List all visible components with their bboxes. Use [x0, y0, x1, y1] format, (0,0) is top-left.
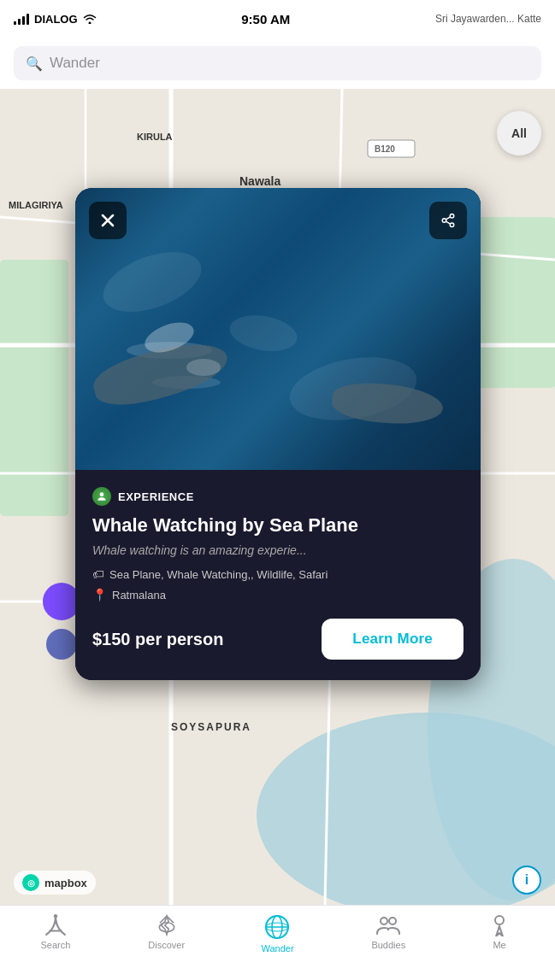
signal-bar-3: [22, 16, 25, 25]
nav-me-label: Me: [493, 940, 505, 950]
card-tags: 🏷 Sea Plane, Whale Watching,, Wildlife, …: [92, 567, 463, 581]
search-bar-container: 🔍 Wander: [0, 38, 555, 89]
status-time: 9:50 AM: [241, 12, 290, 26]
experience-label: EXPERIENCE: [118, 490, 194, 503]
map-label-milagiriya: MILAGIRIYA: [9, 200, 63, 210]
search-icon: 🔍: [26, 56, 43, 72]
nav-wander-icon: [264, 914, 290, 940]
card-description: Whale watching is an amazing experie...: [92, 543, 463, 557]
share-icon: [440, 213, 456, 228]
map-label-b120: B120: [375, 144, 395, 154]
spray-2: [186, 359, 221, 376]
nav-buddies-label: Buddies: [371, 940, 405, 950]
card-title: Whale Watching by Sea Plane: [92, 514, 463, 537]
nav-item-buddies[interactable]: Buddies: [333, 914, 444, 950]
status-location: Sri Jayawarden... Katte: [435, 13, 541, 25]
mapbox-icon: ◎: [22, 874, 39, 891]
close-icon: [101, 214, 115, 227]
signal-bar-4: [27, 14, 29, 25]
card-location: 📍 Ratmalana: [92, 588, 463, 601]
search-input-placeholder: Wander: [50, 55, 100, 72]
svg-rect-3: [0, 260, 68, 516]
signal-bar-1: [14, 21, 16, 25]
svg-point-31: [381, 918, 387, 924]
svg-point-18: [450, 214, 454, 219]
nav-item-me[interactable]: Me: [444, 914, 555, 950]
card-share-button[interactable]: [429, 202, 467, 239]
tag-icon: 🏷: [92, 567, 104, 581]
svg-point-23: [100, 492, 104, 496]
svg-point-24: [54, 914, 57, 918]
experience-card: EXPERIENCE Whale Watching by Sea Plane W…: [75, 188, 481, 680]
mapbox-logo: ◎ mapbox: [14, 871, 96, 895]
person-icon: [96, 490, 108, 502]
location-icon: 📍: [92, 588, 107, 601]
svg-line-21: [446, 221, 450, 224]
nav-item-wander[interactable]: Wander: [222, 914, 334, 954]
card-location-text: Ratmalana: [112, 589, 166, 601]
bottom-nav: Search Discover Wander Buddies: [0, 905, 555, 980]
nav-discover-icon: [156, 914, 178, 936]
nav-wander-label: Wander: [261, 943, 293, 954]
svg-line-22: [446, 217, 450, 220]
map-label-soysapura: SOYSAPURA: [171, 721, 251, 733]
all-button[interactable]: All: [497, 111, 541, 156]
learn-more-button[interactable]: Learn More: [322, 619, 463, 660]
card-tags-text: Sea Plane, Whale Watching,, Wildlife, Sa…: [109, 568, 328, 581]
nav-item-search[interactable]: Search: [0, 914, 111, 950]
svg-point-33: [495, 916, 504, 924]
nav-search-label: Search: [40, 940, 70, 950]
status-bar: DIALOG 9:50 AM Sri Jayawarden... Katte: [0, 0, 555, 38]
svg-rect-4: [470, 217, 555, 388]
info-button[interactable]: i: [512, 866, 541, 895]
signal-bar-2: [18, 19, 21, 25]
card-body: EXPERIENCE Whale Watching by Sea Plane W…: [75, 470, 481, 680]
card-image: [75, 188, 481, 470]
signal-bars: [14, 13, 29, 25]
map-label-kirula: KIRULA: [137, 132, 173, 142]
nav-discover-label: Discover: [148, 940, 185, 950]
svg-point-32: [389, 918, 396, 924]
mapbox-label: mapbox: [44, 877, 87, 889]
nav-buddies-icon: [376, 914, 400, 936]
card-price: $150 per person: [92, 630, 223, 649]
wifi-icon: [83, 14, 97, 24]
nav-me-icon: [489, 914, 510, 936]
experience-badge: EXPERIENCE: [92, 487, 463, 506]
svg-point-15: [46, 629, 77, 660]
card-close-button[interactable]: [89, 202, 127, 239]
nav-search-icon: [44, 914, 67, 936]
experience-icon: [92, 487, 111, 506]
status-left: DIALOG: [14, 13, 97, 26]
map-label-nawala: Nawala: [239, 174, 280, 188]
search-bar[interactable]: 🔍 Wander: [14, 46, 541, 80]
card-footer: $150 per person Learn More: [92, 619, 463, 660]
nav-item-discover[interactable]: Discover: [111, 914, 222, 950]
svg-point-20: [450, 223, 454, 227]
carrier-label: DIALOG: [34, 13, 78, 26]
svg-point-19: [442, 219, 446, 223]
